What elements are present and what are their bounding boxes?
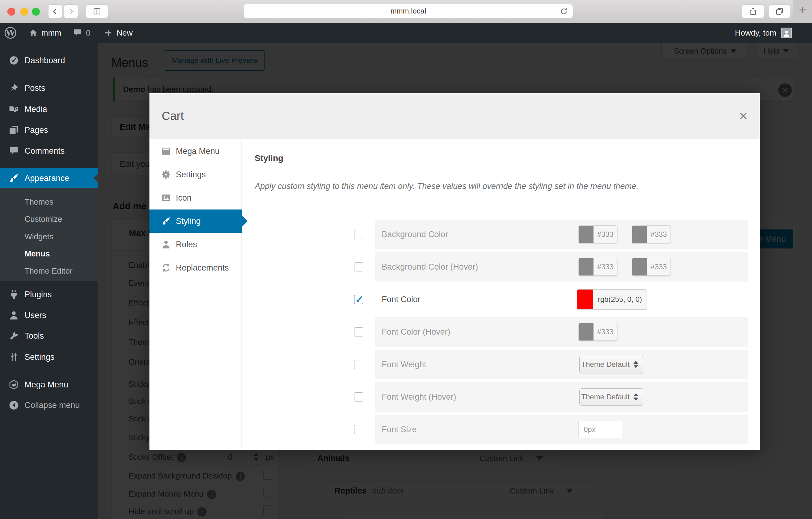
modal-tab-icon[interactable]: Icon [149, 186, 242, 210]
color-value: #333 [593, 328, 617, 336]
modal-tab-label: Replacements [176, 263, 229, 273]
sidebar-item-appearance[interactable]: Appearance [0, 168, 98, 188]
browser-share-button[interactable] [742, 4, 764, 19]
person-icon [161, 240, 172, 249]
browser-back-button[interactable] [48, 4, 62, 19]
sidebar-subitem-menus[interactable]: Menus [0, 245, 98, 262]
sidebar-item-pages[interactable]: Pages [0, 120, 98, 140]
plus-icon: + [799, 3, 807, 18]
sidebar-item-mega-menu[interactable]: Mega Menu [0, 374, 98, 395]
paintbrush-icon [161, 216, 172, 226]
color-value: rgb(255, 0, 0) [593, 295, 646, 304]
browser-tabs-button[interactable] [769, 4, 790, 19]
background-color-swatch-1[interactable]: #333 [578, 225, 617, 243]
styling-row-font-color-hover: Font Color (Hover) #333 [242, 317, 748, 346]
new-tab-button[interactable]: + [793, 0, 812, 20]
modal-close-button[interactable]: × [739, 109, 748, 123]
sidebar-item-posts[interactable]: Posts [0, 78, 98, 98]
modal-tab-roles[interactable]: Roles [149, 233, 242, 256]
font-weight-select[interactable]: Theme Default [579, 356, 643, 373]
subitem-label: Theme Editor [25, 266, 72, 276]
font-color-swatch[interactable]: rgb(255, 0, 0) [577, 289, 647, 309]
sidebar-item-users[interactable]: Users [0, 305, 98, 326]
select-value: Theme Default [580, 393, 631, 401]
styling-row-font-size: Font Size 0px [242, 415, 748, 444]
modal-nav: Mega Menu Settings Icon Styling [149, 139, 242, 450]
background-color-checkbox[interactable] [354, 230, 364, 239]
reload-icon[interactable] [559, 7, 568, 18]
select-arrows-icon [631, 361, 640, 368]
mega-menu-grid-icon [161, 146, 172, 156]
row-label: Background Color [382, 220, 448, 249]
background-color-hover-swatch-2[interactable]: #333 [632, 258, 671, 276]
sidebar-item-media[interactable]: Media [0, 99, 98, 119]
background-color-hover-checkbox[interactable] [354, 262, 364, 271]
sidebar-subitem-themes[interactable]: Themes [0, 193, 98, 210]
color-chip [579, 226, 593, 243]
sidebar-item-tools[interactable]: Tools [0, 326, 98, 346]
sidebar-item-comments[interactable]: Comments [0, 141, 98, 161]
subitem-label: Customize [25, 214, 62, 224]
comments-menu[interactable]: 0 [73, 23, 90, 43]
modal-tab-styling[interactable]: Styling [149, 210, 242, 233]
wordpress-logo-icon: W [5, 27, 16, 39]
sidebar-item-label: Users [25, 311, 46, 320]
sidebar-item-label: Media [25, 104, 47, 114]
styling-row-background-color: Background Color #333 #333 [242, 220, 748, 249]
font-weight-hover-checkbox[interactable] [354, 392, 364, 401]
site-name: mmm [41, 28, 61, 38]
sidebar-toggle-icon [93, 7, 101, 16]
font-color-checkbox[interactable] [354, 295, 364, 304]
font-weight-checkbox[interactable] [354, 360, 364, 369]
sidebar-item-dashboard[interactable]: Dashboard [0, 50, 98, 70]
person-icon [8, 310, 20, 320]
row-label: Font Weight (Hover) [382, 382, 456, 411]
font-weight-hover-select[interactable]: Theme Default [579, 388, 643, 405]
browser-sidebar-toggle-button[interactable] [86, 4, 108, 19]
browser-forward-button[interactable] [64, 4, 78, 19]
url-text: mmm.local [390, 7, 426, 16]
sidebar-item-settings[interactable]: Settings [0, 347, 98, 367]
mega-menu-cube-icon [8, 379, 20, 390]
divider [255, 171, 748, 171]
modal-tab-settings[interactable]: Settings [149, 163, 242, 186]
gear-icon [161, 170, 172, 179]
font-color-hover-swatch[interactable]: #333 [578, 323, 617, 341]
styling-description: Apply custom styling to this menu item o… [255, 182, 742, 191]
wp-admin-bar: W mmm 0 New Howdy, tom [0, 23, 812, 43]
sidebar-subitem-customize[interactable]: Customize [0, 210, 98, 227]
close-window-button[interactable] [7, 8, 16, 16]
new-content-menu[interactable]: New [104, 23, 133, 43]
collapse-menu-button[interactable]: Collapse menu [0, 395, 98, 415]
row-background [375, 415, 748, 444]
background-color-swatch-2[interactable]: #333 [632, 225, 671, 243]
row-label: Background Color (Hover) [382, 252, 478, 282]
font-color-hover-checkbox[interactable] [354, 327, 364, 336]
modal-tab-replacements[interactable]: Replacements [149, 256, 242, 279]
sidebar-item-plugins[interactable]: Plugins [0, 284, 98, 305]
font-size-checkbox[interactable] [354, 425, 364, 434]
wp-logo-menu[interactable]: W [5, 23, 16, 43]
comment-bubble-icon [8, 146, 20, 156]
modal-tab-label: Icon [176, 193, 192, 203]
color-chip [577, 289, 593, 309]
color-value: #333 [647, 230, 670, 239]
row-label: Font Color [382, 285, 420, 314]
address-bar[interactable]: mmm.local [244, 4, 573, 18]
my-account-menu[interactable]: Howdy, tom [735, 23, 792, 43]
background-color-hover-swatch-1[interactable]: #333 [578, 258, 617, 276]
modal-title: Cart [162, 110, 184, 123]
modal-tab-mega-menu[interactable]: Mega Menu [149, 140, 242, 163]
sidebar-item-label: Dashboard [25, 56, 65, 65]
font-size-input[interactable]: 0px [578, 421, 622, 438]
tabs-icon [776, 7, 783, 16]
sidebar-subitem-widgets[interactable]: Widgets [0, 228, 98, 245]
color-chip [632, 226, 647, 243]
screen: mmm.local + W mmm 0 [0, 0, 812, 519]
sidebar-subitem-theme-editor[interactable]: Theme Editor [0, 262, 98, 279]
site-name-menu[interactable]: mmm [29, 23, 61, 43]
zoom-window-button[interactable] [32, 8, 40, 16]
plug-icon [8, 289, 20, 300]
minimize-window-button[interactable] [20, 8, 28, 16]
styling-row-background-color-hover: Background Color (Hover) #333 #333 [242, 252, 748, 282]
